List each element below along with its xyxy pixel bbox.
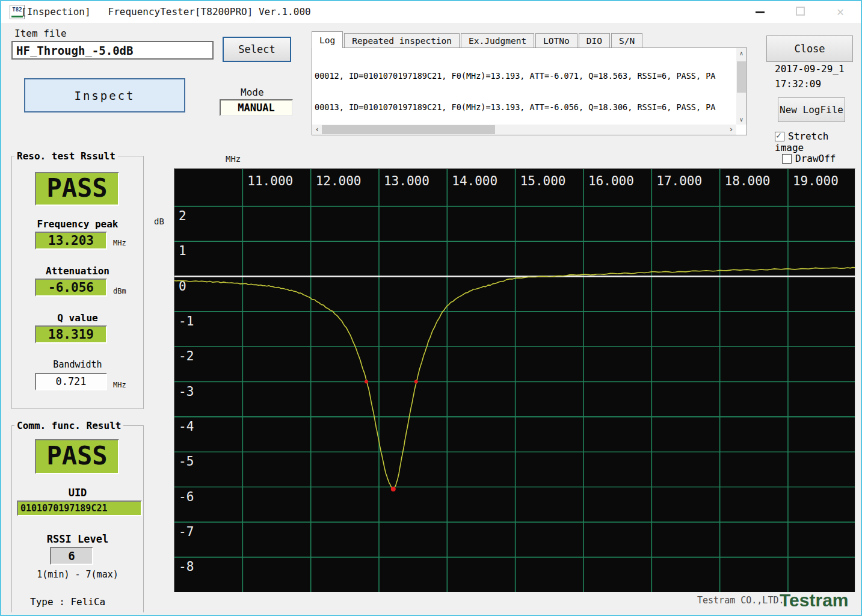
svg-text:-7: -7 [179, 525, 194, 539]
log-lines: 00012, ID=0101070197189C21, F0(MHz)=13.1… [315, 51, 734, 123]
scroll-left-icon[interactable]: ‹ [313, 125, 322, 135]
app-window: T82 [Inspection] FrequencyTester[T8200PR… [0, 0, 862, 616]
brand-logo: Testram [780, 590, 849, 611]
vertical-scroll-thumb[interactable] [737, 61, 746, 93]
reso-pass-badge: PASS [35, 172, 119, 206]
stretch-image-checkbox[interactable]: ✓ [775, 132, 784, 141]
close-button[interactable]: Close [766, 35, 853, 62]
svg-text:-5: -5 [179, 454, 194, 469]
log-time: 17:32:09 [775, 78, 821, 90]
log-date: 2017-09-29_1 [775, 63, 845, 75]
reso-group-title: Reso. test Rssult [14, 150, 118, 162]
drawoff-checkbox[interactable] [782, 154, 792, 164]
log-tab-strip: Log Repeated inspection Ex.Judgment LOTN… [312, 31, 644, 48]
log-vertical-scrollbar[interactable]: ∧ ∨ [736, 48, 747, 125]
rssi-label: RSSI Level [12, 533, 143, 545]
svg-text:19.000: 19.000 [793, 174, 839, 188]
comm-group-title: Comm. func. Result [14, 420, 123, 431]
close-icon: ✕ [837, 4, 844, 19]
horizontal-scroll-thumb[interactable] [322, 125, 495, 134]
title-bar: T82 [Inspection] FrequencyTester[T8200PR… [1, 1, 861, 23]
mode-label: Mode [241, 87, 264, 98]
svg-text:17.000: 17.000 [656, 174, 702, 188]
q-value-label: Q value [12, 312, 143, 324]
tab-log[interactable]: Log [312, 31, 343, 48]
svg-text:-3: -3 [179, 384, 194, 399]
x-axis-unit-label: MHz [226, 154, 241, 164]
svg-text:1: 1 [179, 244, 186, 258]
svg-text:-6: -6 [179, 490, 194, 504]
new-logfile-button[interactable]: New LogFile [778, 97, 845, 122]
svg-text:-1: -1 [179, 314, 194, 328]
attenuation-unit: dBm [113, 287, 126, 295]
svg-text:2: 2 [179, 209, 186, 223]
uid-label: UID [12, 487, 143, 499]
attenuation-label: Attenuation [12, 265, 143, 277]
log-line: 00013, ID=0101070197189C21, F0(MHz)=13.1… [315, 102, 734, 112]
log-horizontal-scrollbar[interactable]: ‹ › [312, 125, 736, 135]
mode-display: MANUAL [220, 99, 293, 116]
svg-text:15.000: 15.000 [520, 174, 566, 188]
window-title: [Inspection] FrequencyTester[T8200PRO] V… [21, 6, 311, 17]
svg-text:11.000: 11.000 [247, 174, 293, 188]
bandwidth-unit: MHz [113, 381, 126, 389]
checkmark-icon: ✓ [776, 130, 781, 141]
bandwidth-label: Bandwidth [12, 359, 143, 370]
frequency-peak-unit: MHz [113, 239, 126, 247]
comm-func-result-group: Comm. func. Result PASS UID 010107019718… [11, 425, 144, 612]
svg-text:-4: -4 [179, 419, 194, 434]
tab-ex-judgment[interactable]: Ex.Judgment [461, 33, 534, 48]
drawoff-option: DrawOff [782, 153, 836, 164]
comm-pass-badge: PASS [35, 439, 119, 474]
tab-repeated-inspection[interactable]: Repeated inspection [344, 33, 460, 48]
item-file-label: Item file [14, 28, 67, 39]
svg-text:16.000: 16.000 [588, 174, 634, 188]
log-output[interactable]: 00012, ID=0101070197189C21, F0(MHz)=13.1… [312, 48, 747, 135]
tab-dio[interactable]: DIO [579, 33, 610, 48]
svg-text:-8: -8 [179, 559, 194, 574]
scroll-up-icon[interactable]: ∧ [736, 49, 747, 58]
svg-text:-2: -2 [179, 349, 194, 363]
scroll-down-icon[interactable]: ∨ [736, 115, 747, 124]
rssi-value: 6 [50, 547, 93, 565]
tab-sn[interactable]: S/N [611, 33, 642, 48]
frequency-peak-label: Frequency peak [12, 218, 143, 230]
select-button[interactable]: Select [223, 37, 291, 62]
y-axis-unit-label: dB [154, 217, 164, 226]
attenuation-value: -6.056 [35, 279, 107, 297]
svg-text:14.000: 14.000 [452, 174, 497, 188]
tab-lotno[interactable]: LOTNo [535, 33, 577, 48]
q-value-value: 18.319 [35, 325, 107, 343]
log-line: 00012, ID=0101070197189C21, F0(MHz)=13.1… [315, 71, 734, 81]
company-name: Testram CO.,LTD. [697, 595, 784, 606]
uid-value: 0101070197189C21 [17, 500, 142, 516]
svg-text:18.000: 18.000 [725, 174, 771, 188]
scroll-right-icon[interactable]: › [727, 125, 736, 135]
stretch-image-option: ✓ Stretch image [775, 131, 861, 153]
item-file-input[interactable] [11, 41, 214, 60]
window-close-button[interactable]: ✕ [827, 1, 854, 22]
inspect-button[interactable]: Inspect [24, 78, 185, 112]
maximize-icon [796, 7, 805, 16]
frequency-response-chart: 11.00012.00013.00014.00015.00016.00017.0… [174, 168, 855, 592]
rssi-range: 1(min) - 7(max) [12, 569, 143, 580]
svg-text:12.000: 12.000 [316, 174, 362, 188]
reso-test-result-group: Reso. test Rssult PASS Frequency peak 13… [11, 156, 144, 409]
frequency-peak-value: 13.203 [35, 232, 107, 250]
svg-text:13.000: 13.000 [384, 174, 429, 188]
drawoff-label: DrawOff [795, 153, 836, 164]
window-minimize-button[interactable] [746, 1, 774, 22]
window-maximize-button[interactable] [786, 1, 814, 22]
card-type-text: Type : FeliCa [30, 596, 105, 608]
minimize-icon [756, 11, 765, 13]
bandwidth-value: 0.721 [35, 373, 107, 390]
